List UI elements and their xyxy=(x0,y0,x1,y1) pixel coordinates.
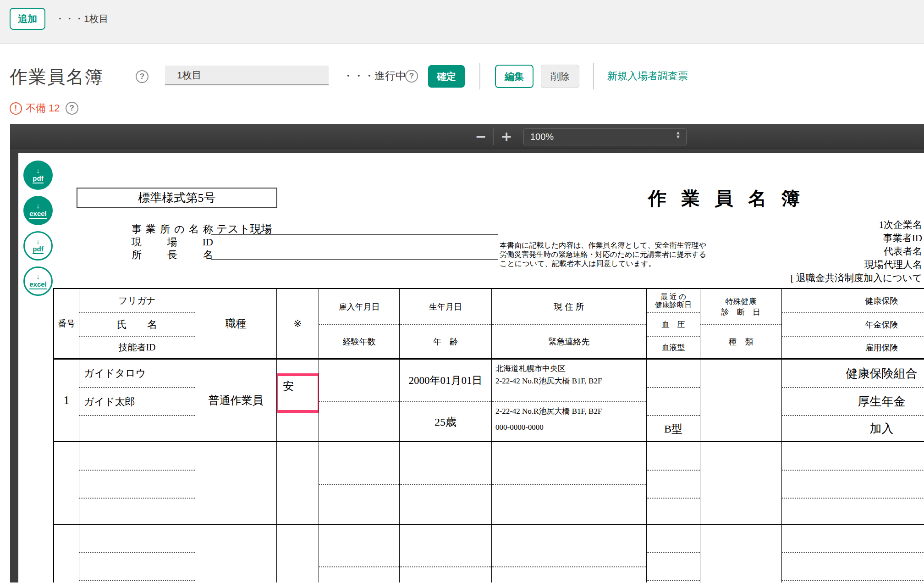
site-id-line xyxy=(211,247,498,247)
col-header-job: 職種 xyxy=(195,289,276,358)
app-root: 追加 ・・・1枚目 作業員名簿 ? 1枚目 ・・・進行中 ? 確定 編集 削除 … xyxy=(0,0,924,588)
zoom-level-value: 100% xyxy=(530,132,554,142)
table-row xyxy=(54,525,79,582)
col-header-pension-insurance: 年金保険 xyxy=(782,313,924,337)
document-viewer: − + 100% ▲▼ ↓ pdf ↓ excel ↓ pdf xyxy=(10,124,924,582)
worker-number: 1 xyxy=(54,360,79,441)
worker-skill-id xyxy=(79,416,195,441)
col-header-birth-date: 生年月日 xyxy=(400,289,491,325)
office-name-label: 事業所の名称 xyxy=(132,222,213,236)
top-bar: 追加 ・・・1枚目 xyxy=(0,0,924,44)
office-name-value: テスト現場 xyxy=(216,222,272,236)
add-sheet-button[interactable]: 追加 xyxy=(10,8,45,30)
document-title: 作業員名簿 xyxy=(648,186,815,211)
worker-name: ガイド太郎 xyxy=(79,388,195,416)
col-header-hire-date: 雇入年月日 xyxy=(319,289,399,325)
edit-button[interactable]: 編集 xyxy=(495,65,534,88)
col-header-special-checkup: 特殊健康診 断 日 xyxy=(700,289,781,325)
confirm-button[interactable]: 確定 xyxy=(428,65,465,88)
representative-label: 代表者名 xyxy=(791,245,922,258)
company-info-labels: 1次企業名 事業者ID 代表者名 現場代理人名 [ 退職金共済制度加入について xyxy=(791,218,922,285)
divider xyxy=(493,128,494,145)
defect-help-icon[interactable]: ? xyxy=(66,102,78,115)
worker-birth-date: 2000年01月01日 xyxy=(400,360,491,402)
col-header-skill-id: 技能者ID xyxy=(79,337,195,358)
worker-blood-type: B型 xyxy=(647,416,700,441)
zoom-in-button[interactable]: + xyxy=(499,128,514,145)
divider xyxy=(593,63,594,89)
worker-pension: 厚生年金 xyxy=(782,388,924,416)
col-header-experience: 経験年数 xyxy=(319,325,399,358)
col-header-age: 年 齢 xyxy=(400,325,491,358)
worker-age: 25歳 xyxy=(400,402,491,441)
col-header-furigana: フリガナ xyxy=(79,289,195,313)
worker-recent-checkup xyxy=(647,360,700,388)
status-help-icon[interactable]: ? xyxy=(405,70,418,83)
site-manager-line xyxy=(211,259,498,260)
worker-special-checkup xyxy=(700,360,782,442)
worker-mark-cell: 安 xyxy=(277,360,319,442)
retirement-fund-label: [ 退職金共済制度加入について xyxy=(791,272,922,285)
col-header-blood-type: 血液型 xyxy=(647,337,700,358)
site-manager-label: 所長名 xyxy=(132,248,213,262)
col-header-blood-pressure: 血 圧 xyxy=(647,313,700,337)
download-excel-icon[interactable]: ↓ excel xyxy=(23,196,53,225)
col-header-recent-checkup: 最 近 の健康診断日 xyxy=(647,289,700,313)
col-header-address: 現 住 所 xyxy=(492,289,646,325)
col-header-emergency-contact: 緊急連絡先 xyxy=(492,325,646,358)
download-arrow-icon: ↓ xyxy=(36,238,40,244)
new-entrant-survey-link[interactable]: 新規入場者調査票 xyxy=(607,69,688,83)
defect-highlight-box[interactable]: 安 xyxy=(277,373,319,413)
document-page: ↓ pdf ↓ excel ↓ pdf ↓ excel 標準様式第5号 作業員名… xyxy=(18,153,924,582)
worker-employment-insurance: 加入 xyxy=(782,416,924,441)
worker-blood-pressure xyxy=(647,388,700,416)
table-row xyxy=(54,442,79,525)
col-header-health-insurance: 健康保険 xyxy=(782,289,924,313)
alert-icon: ! xyxy=(10,102,22,115)
worker-hire-date xyxy=(319,360,399,402)
col-header-mark: ※ xyxy=(277,289,319,358)
download-pdf-icon[interactable]: ↓ pdf xyxy=(23,161,53,190)
defect-count: 不備 12 xyxy=(26,101,60,115)
col-header-number: 番号 xyxy=(54,289,79,358)
status-text: ・・・進行中 xyxy=(343,69,406,83)
sheet-name-input[interactable]: 1枚目 xyxy=(165,66,329,85)
business-id-label: 事業者ID xyxy=(791,232,922,245)
site-agent-label: 現場代理人名 xyxy=(791,258,922,272)
worker-emergency-contact: 2-22-42 No.R池尻大橋 B1F, B2F000-0000-0000 xyxy=(492,402,646,441)
form-number-box: 標準様式第5号 xyxy=(77,188,277,208)
primary-company-label: 1次企業名 xyxy=(791,218,922,232)
title-help-icon[interactable]: ? xyxy=(136,70,148,83)
download-excel-outline-icon[interactable]: ↓ excel xyxy=(23,266,53,296)
download-arrow-icon: ↓ xyxy=(36,273,40,280)
select-arrows-icon: ▲▼ xyxy=(676,131,681,139)
download-arrow-icon: ↓ xyxy=(36,203,40,209)
consent-text: 本書面に記載した内容は、作業員名簿として、安全衛生管理や 労働災害発生時の緊急連… xyxy=(500,241,724,268)
viewer-toolbar: − + 100% ▲▼ xyxy=(10,124,924,149)
col-header-name: 氏 名 xyxy=(79,313,195,337)
worker-job: 普通作業員 xyxy=(195,360,276,441)
zoom-out-button[interactable]: − xyxy=(473,128,489,145)
page-title: 作業員名簿 xyxy=(10,65,104,89)
col-header-employment-insurance: 雇用保険 xyxy=(782,337,924,358)
col-header-kind: 種 類 xyxy=(700,325,781,358)
download-pdf-outline-icon[interactable]: ↓ pdf xyxy=(23,231,53,261)
worker-experience xyxy=(319,402,399,441)
table-row: 1 xyxy=(54,360,79,442)
worker-health-insurance: 健康保険組合 xyxy=(782,360,924,388)
worker-furigana: ガイドタロウ xyxy=(79,360,195,388)
delete-button[interactable]: 削除 xyxy=(541,65,579,88)
site-id-label: 現場ID xyxy=(132,235,213,249)
worker-address: 北海道札幌市中央区2-22-42 No.R池尻大橋 B1F, B2F xyxy=(492,360,646,402)
download-arrow-icon: ↓ xyxy=(36,167,40,174)
page-indicator: ・・・1枚目 xyxy=(55,0,109,38)
divider xyxy=(479,63,480,89)
zoom-level-select[interactable]: 100% ▲▼ xyxy=(523,128,687,145)
defect-badge: ! 不備 12 ? xyxy=(10,101,78,115)
worker-roster-table: 番号 フリガナ 氏 名 技能者ID 職種 ※ 雇入年月日 経験年数 生年月日 年… xyxy=(53,288,924,582)
